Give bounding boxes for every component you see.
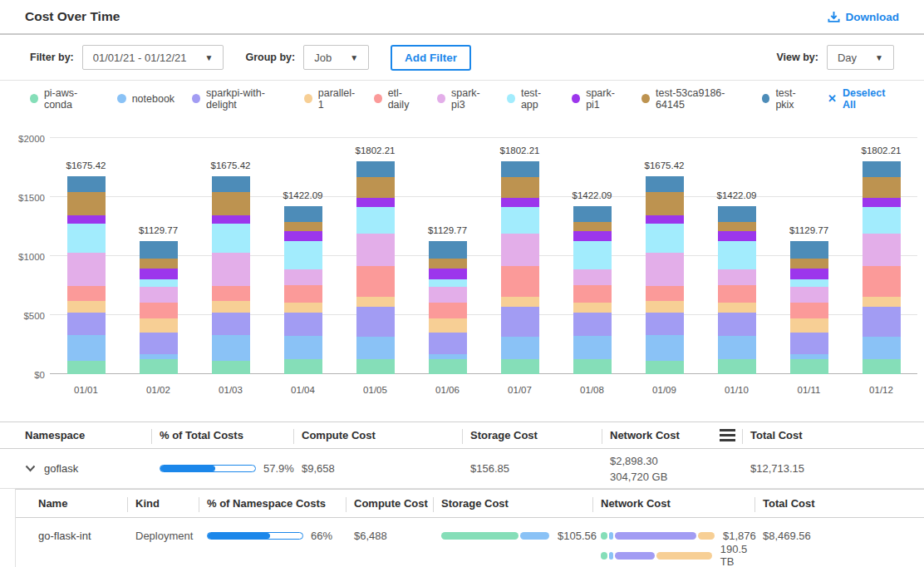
- bar-segment: [501, 307, 539, 338]
- column-settings-icon[interactable]: [720, 429, 735, 441]
- bar-total-label: $1422.09: [283, 190, 323, 200]
- bar-segment: [573, 222, 612, 232]
- bar-segment: [718, 231, 756, 241]
- bar-stack: [646, 176, 684, 374]
- bar-segment: [646, 224, 684, 254]
- bar-segment: [284, 303, 322, 313]
- gridline: [50, 314, 917, 315]
- download-label: Download: [846, 11, 900, 23]
- column-header-total: Total Cost: [763, 497, 924, 510]
- bar-segment: [67, 192, 106, 215]
- legend-item[interactable]: notebook: [117, 93, 174, 105]
- bar-stack: [718, 206, 756, 374]
- namespace-name-cell[interactable]: goflask: [25, 462, 160, 475]
- group-by-select[interactable]: Job ▼: [303, 45, 369, 70]
- bar-group[interactable]: $1675.4201/09: [646, 176, 684, 374]
- bar-segment: [212, 215, 250, 224]
- bar-segment: [718, 303, 756, 313]
- bar-segment: [501, 337, 539, 359]
- bar-group[interactable]: $1802.2101/05: [356, 161, 395, 374]
- chevron-down-icon: ▼: [205, 53, 214, 62]
- storage-cost-cell: $105.56: [441, 526, 601, 545]
- bar-segment: [573, 303, 612, 313]
- bar-segment: [140, 287, 178, 303]
- column-header-kind: Kind: [135, 497, 207, 510]
- bar-segment: [212, 192, 250, 215]
- bar-group[interactable]: $1422.0901/04: [284, 206, 322, 374]
- bar-segment: [429, 359, 467, 374]
- legend-label: test-pkix: [775, 87, 810, 111]
- bar-group[interactable]: $1422.0901/08: [573, 206, 612, 374]
- legend-item[interactable]: etl-daily: [374, 87, 420, 111]
- bar-segment: [356, 337, 395, 359]
- x-axis-label: 01/03: [219, 385, 243, 395]
- download-button[interactable]: Download: [828, 11, 900, 23]
- bar-segment: [863, 234, 901, 266]
- legend-item[interactable]: test-pkix: [762, 87, 810, 111]
- bar-total-label: $1422.09: [573, 190, 612, 200]
- bar-group[interactable]: $1802.2101/12: [863, 161, 901, 374]
- add-filter-button[interactable]: Add Filter: [391, 45, 471, 71]
- bar-group[interactable]: $1129.7701/02: [140, 241, 178, 374]
- bar-segment: [212, 313, 250, 335]
- x-axis-label: 01/12: [869, 385, 893, 395]
- date-range-select[interactable]: 01/01/21 - 01/12/21 ▼: [82, 45, 224, 70]
- view-by-select[interactable]: Day ▼: [827, 45, 894, 70]
- bar-segment: [718, 206, 756, 222]
- bar-group[interactable]: $1129.7701/11: [790, 241, 828, 374]
- legend-item[interactable]: test-app: [507, 87, 554, 111]
- workload-detail-table: Name Kind % of Namespace Costs Compute C…: [15, 489, 924, 567]
- x-axis-label: 01/09: [652, 385, 676, 395]
- bar-segment: [284, 336, 322, 359]
- bar-segment: [284, 206, 322, 222]
- legend-item[interactable]: pi-aws-conda: [30, 87, 100, 111]
- bar-segment: [429, 303, 467, 318]
- bar-segment: [67, 224, 106, 254]
- legend-label: test-app: [521, 87, 554, 111]
- legend-item[interactable]: test-53ca9186-64145: [641, 87, 744, 111]
- bar-group[interactable]: $1675.4201/01: [67, 176, 106, 374]
- bar-segment: [67, 215, 106, 224]
- bar-segment: [790, 287, 828, 303]
- pct-of-total-cell: 57.9%: [160, 462, 302, 475]
- deselect-all-button[interactable]: ✕ Deselect All: [828, 87, 894, 111]
- bar-segment: [718, 313, 756, 336]
- bar-segment: [718, 359, 756, 374]
- cost-over-time-page: Cost Over Time Download Filter by: 01/01…: [0, 0, 924, 567]
- bar-stack: [140, 241, 178, 374]
- y-axis-label: $0: [5, 370, 45, 380]
- column-header-network: Network Cost: [610, 429, 750, 441]
- namespace-row-goflask[interactable]: goflask 57.9% $9,658 $156.85 $2,898.30 3…: [0, 449, 924, 489]
- bar-segment: [140, 333, 178, 354]
- bar-segment: [356, 266, 395, 297]
- bar-segment: [573, 231, 612, 241]
- compute-cost-value: $6,488: [354, 526, 441, 545]
- mini-bar-segment: [609, 552, 613, 560]
- bar-group[interactable]: $1422.0901/10: [718, 206, 756, 374]
- bar-segment: [67, 286, 106, 301]
- column-header-pct-namespace: % of Namespace Costs: [207, 497, 354, 510]
- legend-item[interactable]: spark-pi1: [572, 87, 624, 111]
- bar-segment: [646, 192, 684, 215]
- storage-cost-bar: [441, 532, 549, 540]
- bar-stack: [863, 161, 901, 374]
- namespace-table: Namespace % of Total Costs Compute Cost …: [0, 422, 924, 567]
- pct-of-total-value: 57.9%: [263, 462, 294, 475]
- bar-group[interactable]: $1129.7701/06: [429, 241, 467, 374]
- bar-segment: [718, 336, 756, 359]
- bar-segment: [212, 176, 250, 192]
- chart-legend: pi-aws-condanotebooksparkpi-with-delight…: [0, 81, 924, 116]
- legend-item[interactable]: sparkpi-with-delight: [192, 87, 287, 111]
- bar-group[interactable]: $1675.4201/03: [212, 176, 250, 374]
- legend-item[interactable]: spark-pi3: [437, 87, 489, 111]
- bar-segment: [429, 259, 467, 269]
- bar-segment: [790, 269, 828, 279]
- bar-segment: [356, 234, 395, 266]
- bar-segment: [284, 285, 322, 303]
- column-header-storage: Storage Cost: [470, 429, 610, 441]
- workload-row-go-flask-int[interactable]: go-flask-int Deployment 66% $6,488 $105.…: [16, 518, 924, 567]
- chevron-down-icon[interactable]: [25, 465, 36, 472]
- bar-group[interactable]: $1802.2101/07: [501, 161, 539, 374]
- bar-segment: [67, 301, 106, 313]
- legend-item[interactable]: parallel-1: [304, 87, 356, 111]
